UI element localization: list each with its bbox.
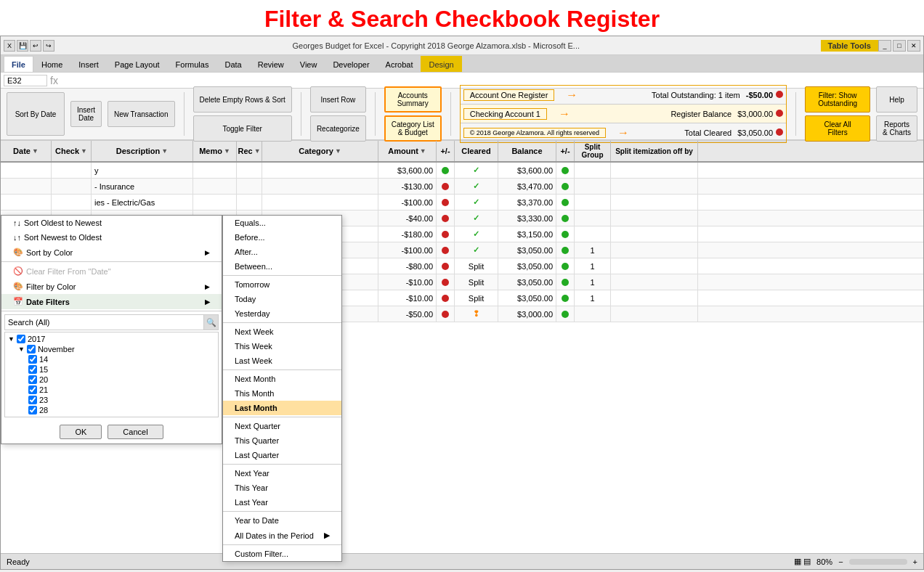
search-input[interactable]: [5, 316, 203, 328]
redo-icon[interactable]: ↪: [43, 40, 54, 52]
filter-ok-button[interactable]: OK: [60, 425, 102, 439]
zoom-out-icon[interactable]: −: [838, 557, 843, 566]
sort-by-color[interactable]: 🎨 Sort by Color ▶: [1, 245, 222, 260]
clear-all-filters-button[interactable]: Clear AllFilters: [805, 115, 870, 142]
insert-date-button[interactable]: InsertDate: [70, 101, 102, 127]
tab-home[interactable]: Home: [33, 56, 70, 72]
sort-oldest-to-newest[interactable]: ↑↓ Sort Oldest to Newest: [1, 216, 222, 230]
submenu-today[interactable]: Today: [223, 292, 341, 306]
tab-data[interactable]: Data: [216, 56, 249, 72]
cb-item-20[interactable]: 20: [8, 375, 215, 385]
cb-14[interactable]: [28, 355, 37, 364]
cb-item-november[interactable]: ▼ November: [8, 344, 215, 354]
col-header-check[interactable]: Check ▼: [52, 141, 92, 161]
submenu-this-year[interactable]: This Year: [223, 481, 341, 495]
date-filters-item[interactable]: 📅 Date Filters ▶: [1, 294, 222, 309]
col-header-date[interactable]: Date ▼: [1, 141, 52, 161]
submenu-last-quarter[interactable]: Last Quarter: [223, 448, 341, 462]
submenu-custom-filter[interactable]: Custom Filter...: [223, 547, 341, 561]
submenu-next-month[interactable]: Next Month: [223, 372, 341, 386]
cb-15[interactable]: [28, 365, 37, 374]
sort-newest-to-oldest[interactable]: ↓↑ Sort Newest to Oldest: [1, 230, 222, 245]
tab-developer[interactable]: Developer: [325, 56, 377, 72]
filter-show-outstanding-button[interactable]: Filter: ShowOutstanding: [805, 86, 870, 113]
cell-cleared: ✓: [455, 242, 498, 258]
cb-20[interactable]: [28, 375, 37, 384]
submenu-last-week[interactable]: Last Week: [223, 354, 341, 368]
close-button[interactable]: ✕: [907, 40, 920, 52]
filter-panel[interactable]: ↑↓ Sort Oldest to Newest ↓↑ Sort Newest …: [1, 215, 222, 444]
submenu-next-year[interactable]: Next Year: [223, 466, 341, 481]
expand-november[interactable]: ▼: [18, 346, 25, 353]
sort-by-date-button[interactable]: Sort By Date: [7, 92, 65, 136]
col-header-memo[interactable]: Memo ▼: [193, 141, 237, 161]
submenu-this-quarter[interactable]: This Quarter: [223, 433, 341, 448]
cb-label-28: 28: [39, 406, 48, 414]
undo-icon[interactable]: ↩: [30, 40, 41, 52]
tab-formulas[interactable]: Formulas: [168, 56, 217, 72]
cb-28[interactable]: [28, 406, 37, 414]
maximize-button[interactable]: □: [893, 40, 906, 52]
ribbon-separator-5: [795, 92, 796, 136]
col-header-description[interactable]: Description ▼: [92, 141, 193, 161]
cb-november[interactable]: [27, 345, 36, 354]
cb-21[interactable]: [28, 385, 37, 394]
cb-23[interactable]: [28, 396, 37, 404]
help-button[interactable]: Help: [876, 86, 917, 113]
filter-cancel-button[interactable]: Cancel: [108, 425, 163, 439]
cb-item-14[interactable]: 14: [8, 354, 215, 364]
delete-empty-rows-button[interactable]: Delete Empty Rows & Sort: [193, 86, 292, 113]
tab-review[interactable]: Review: [250, 56, 292, 72]
submenu-year-to-date[interactable]: Year to Date: [223, 513, 341, 528]
minimize-button[interactable]: _: [878, 40, 891, 52]
save-icon[interactable]: 💾: [17, 40, 28, 52]
submenu-between[interactable]: Between...: [223, 259, 341, 274]
cb-item-15[interactable]: 15: [8, 364, 215, 375]
cb-2017[interactable]: [17, 335, 25, 343]
submenu-this-week[interactable]: This Week: [223, 339, 341, 354]
submenu-equals[interactable]: Equals...: [223, 216, 341, 230]
submenu-last-year[interactable]: Last Year: [223, 495, 341, 510]
col-header-amount[interactable]: Amount ▼: [378, 141, 437, 161]
submenu-after[interactable]: After...: [223, 245, 341, 259]
tab-insert[interactable]: Insert: [70, 56, 107, 72]
accounts-summary-button[interactable]: AccountsSummary: [384, 86, 442, 113]
filter-by-color[interactable]: 🎨 Filter by Color ▶: [1, 279, 222, 294]
cell-reference[interactable]: [4, 75, 47, 86]
recategorize-button[interactable]: Recategorize: [310, 115, 366, 142]
toggle-filter-button[interactable]: Toggle Filter: [193, 115, 292, 142]
submenu-tomorrow[interactable]: Tomorrow: [223, 277, 341, 292]
cb-item-2017[interactable]: ▼ 2017: [8, 334, 215, 344]
expand-2017[interactable]: ▼: [8, 335, 15, 343]
submenu-all-dates[interactable]: All Dates in the Period ▶: [223, 528, 341, 543]
submenu-this-month[interactable]: This Month: [223, 386, 341, 401]
insert-row-button[interactable]: Insert Row: [310, 86, 366, 113]
new-transaction-button[interactable]: New Transaction: [108, 101, 174, 127]
reports-charts-button[interactable]: Reports& Charts: [876, 115, 917, 142]
cb-item-23[interactable]: 23: [8, 395, 215, 405]
submenu-next-quarter[interactable]: Next Quarter: [223, 419, 341, 433]
formula-input[interactable]: [61, 75, 920, 86]
zoom-in-icon[interactable]: +: [913, 557, 917, 566]
submenu-before[interactable]: Before...: [223, 230, 341, 245]
search-box[interactable]: 🔍: [4, 314, 219, 330]
submenu-next-week[interactable]: Next Week: [223, 324, 341, 339]
col-header-category[interactable]: Category ▼: [262, 141, 378, 161]
cb-item-28[interactable]: 28: [8, 405, 215, 415]
tab-design[interactable]: Design: [421, 56, 461, 72]
zoom-slider[interactable]: [849, 559, 907, 565]
tab-acrobat[interactable]: Acrobat: [378, 56, 421, 72]
submenu-last-month[interactable]: Last Month: [223, 401, 341, 415]
search-button[interactable]: 🔍: [203, 315, 218, 330]
tab-page-layout[interactable]: Page Layout: [107, 56, 168, 72]
tab-view[interactable]: View: [292, 56, 325, 72]
cell-split-group: 1: [575, 258, 611, 274]
col-header-rec[interactable]: Rec ▼: [237, 141, 262, 161]
category-list-budget-button[interactable]: Category List& Budget: [384, 115, 442, 142]
checkbox-tree[interactable]: ▼ 2017 ▼ November 14 15 20: [4, 332, 219, 417]
clear-filter-date[interactable]: 🚫 Clear Filter From "Date": [1, 263, 222, 279]
cb-item-21[interactable]: 21: [8, 385, 215, 395]
date-submenu[interactable]: Equals... Before... After... Between... …: [222, 215, 342, 562]
tab-file[interactable]: File: [4, 56, 33, 72]
submenu-yesterday[interactable]: Yesterday: [223, 306, 341, 321]
